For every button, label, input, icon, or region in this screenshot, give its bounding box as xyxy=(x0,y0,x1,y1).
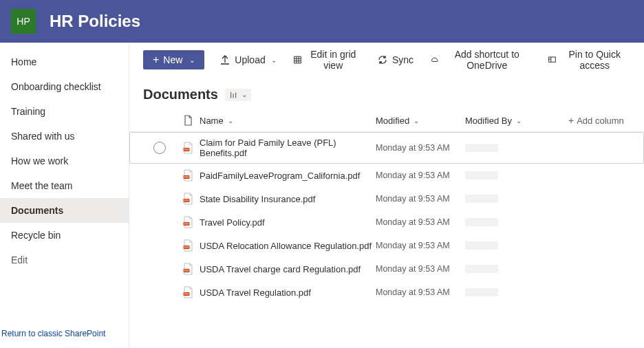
chevron-down-icon: ⌄ xyxy=(271,56,277,64)
view-icon xyxy=(229,90,239,100)
file-name-cell[interactable]: Claim for Paid Family Leave (PFL) Benefi… xyxy=(200,138,376,158)
pin-icon xyxy=(548,54,557,65)
file-type-icon: PDF xyxy=(176,142,200,154)
svg-text:PDF: PDF xyxy=(184,148,189,151)
modified-by-cell xyxy=(465,195,568,203)
modified-cell: Monday at 9:53 AM xyxy=(376,143,465,153)
file-name-cell[interactable]: State Disability Insurance.pdf xyxy=(200,194,376,204)
sidebar-item-how-we-work[interactable]: How we work xyxy=(0,149,129,173)
redacted-name xyxy=(465,288,498,296)
file-type-icon: PDF xyxy=(176,239,200,252)
file-list: PDFClaim for Paid Family Leave (PFL) Ben… xyxy=(129,132,644,304)
chevron-down-icon: ⌄ xyxy=(189,56,195,64)
pdf-icon: PDF xyxy=(182,193,193,205)
svg-text:PDF: PDF xyxy=(184,175,189,179)
edit-grid-label: Edit in grid view xyxy=(306,49,361,71)
site-header: HP HR Policies xyxy=(0,0,644,43)
modified-by-cell xyxy=(465,265,568,273)
modified-cell: Monday at 9:53 AM xyxy=(376,171,465,180)
table-row[interactable]: PDFUSDA Relocation Allowance Regulation.… xyxy=(129,234,644,257)
file-name-cell[interactable]: PaidFamilyLeaveProgram_California.pdf xyxy=(200,171,376,181)
new-button[interactable]: + New ⌄ xyxy=(143,50,204,69)
plus-icon: + xyxy=(568,115,574,126)
redacted-name xyxy=(465,195,498,203)
redacted-name xyxy=(465,144,498,152)
view-selector[interactable]: ⌄ xyxy=(225,89,251,101)
file-name[interactable]: USDA Travel charge card Regulation.pdf xyxy=(200,264,361,274)
file-name-cell[interactable]: USDA Relocation Allowance Regulation.pdf xyxy=(200,241,376,251)
modified-by-cell xyxy=(465,241,568,250)
file-type-icon: PDF xyxy=(176,193,200,205)
sidebar-item-shared[interactable]: Shared with us xyxy=(0,124,129,149)
chevron-down-icon: ⌄ xyxy=(228,117,233,124)
file-type-icon: PDF xyxy=(176,286,200,298)
row-select[interactable] xyxy=(143,142,176,154)
sidebar-item-onboarding[interactable]: Onboarding checklist xyxy=(0,74,129,99)
chevron-down-icon: ⌄ xyxy=(516,117,522,124)
site-logo: HP xyxy=(11,9,36,34)
pin-label: Pin to Quick access xyxy=(560,49,629,71)
table-row[interactable]: PDFUSDA Travel charge card Regulation.pd… xyxy=(129,257,644,281)
redacted-name xyxy=(465,171,498,180)
sidebar-edit-link[interactable]: Edit xyxy=(0,248,129,272)
add-shortcut-button[interactable]: Add shortcut to OneDrive xyxy=(429,46,533,74)
plus-icon: + xyxy=(153,54,159,65)
redacted-name xyxy=(465,241,498,250)
upload-label: Upload xyxy=(235,54,265,65)
file-type-icon: PDF xyxy=(176,263,200,275)
modified-cell: Monday at 9:53 AM xyxy=(376,217,465,227)
return-classic-link[interactable]: Return to classic SharePoint xyxy=(0,322,129,348)
file-name-cell[interactable]: Travel Policy.pdf xyxy=(200,217,376,228)
pdf-icon: PDF xyxy=(182,142,193,154)
sidebar-item-documents[interactable]: Documents xyxy=(0,198,129,223)
content: + New ⌄ Upload ⌄ Edit in grid view Sync … xyxy=(129,43,644,348)
file-name[interactable]: Claim for Paid Family Leave (PFL) Benefi… xyxy=(200,138,376,158)
col-modified-header[interactable]: Modified ⌄ xyxy=(376,116,465,126)
table-row[interactable]: PDFClaim for Paid Family Leave (PFL) Ben… xyxy=(129,132,644,164)
grid-icon xyxy=(293,54,302,65)
file-name[interactable]: State Disability Insurance.pdf xyxy=(200,194,315,204)
modified-cell: Monday at 9:53 AM xyxy=(376,287,465,297)
edit-grid-button[interactable]: Edit in grid view xyxy=(292,46,362,74)
col-modified-by-header[interactable]: Modified By ⌄ xyxy=(465,116,568,126)
col-modified-label: Modified xyxy=(376,116,409,126)
table-row[interactable]: PDFPaidFamilyLeaveProgram_California.pdf… xyxy=(129,164,644,187)
file-name[interactable]: PaidFamilyLeaveProgram_California.pdf xyxy=(200,171,360,181)
file-name[interactable]: Travel Policy.pdf xyxy=(200,217,265,228)
svg-text:PDF: PDF xyxy=(184,269,189,272)
modified-cell: Monday at 9:53 AM xyxy=(376,264,465,274)
pin-button[interactable]: Pin to Quick access xyxy=(546,46,631,74)
sidebar-item-training[interactable]: Training xyxy=(0,99,129,124)
command-bar: + New ⌄ Upload ⌄ Edit in grid view Sync … xyxy=(129,43,644,77)
select-circle-icon[interactable] xyxy=(153,142,166,154)
file-name-cell[interactable]: USDA Travel charge card Regulation.pdf xyxy=(200,264,376,274)
pdf-icon: PDF xyxy=(182,216,193,228)
document-icon xyxy=(183,115,193,126)
col-name-label: Name xyxy=(200,116,224,126)
add-column-label: Add column xyxy=(577,116,624,126)
onedrive-icon xyxy=(430,54,439,65)
modified-cell: Monday at 9:53 AM xyxy=(376,241,465,250)
file-type-icon: PDF xyxy=(176,216,200,228)
file-name[interactable]: USDA Relocation Allowance Regulation.pdf xyxy=(200,241,372,251)
add-shortcut-label: Add shortcut to OneDrive xyxy=(443,49,531,71)
table-row[interactable]: PDFState Disability Insurance.pdfMonday … xyxy=(129,187,644,210)
sidebar-item-meet-team[interactable]: Meet the team xyxy=(0,173,129,198)
file-name-cell[interactable]: USDA Travel Regulation.pdf xyxy=(200,287,376,298)
col-name-header[interactable]: Name ⌄ xyxy=(200,116,376,126)
upload-button[interactable]: Upload ⌄ xyxy=(218,52,277,68)
upload-icon xyxy=(219,54,230,65)
add-column-button[interactable]: + Add column xyxy=(568,115,630,126)
col-file-type[interactable] xyxy=(176,115,200,126)
table-row[interactable]: PDFTravel Policy.pdfMonday at 9:53 AM xyxy=(129,210,644,234)
table-row[interactable]: PDFUSDA Travel Regulation.pdfMonday at 9… xyxy=(129,281,644,304)
file-name[interactable]: USDA Travel Regulation.pdf xyxy=(200,287,311,298)
file-type-icon: PDF xyxy=(176,169,200,182)
list-header: Name ⌄ Modified ⌄ Modified By ⌄ + Add co… xyxy=(129,109,644,132)
svg-rect-0 xyxy=(294,56,301,63)
sync-button[interactable]: Sync xyxy=(376,52,415,68)
main: Home Onboarding checklist Training Share… xyxy=(0,43,644,348)
sidebar-item-home[interactable]: Home xyxy=(0,50,129,74)
sidebar-item-recycle[interactable]: Recycle bin xyxy=(0,223,129,248)
modified-by-cell xyxy=(465,218,568,226)
